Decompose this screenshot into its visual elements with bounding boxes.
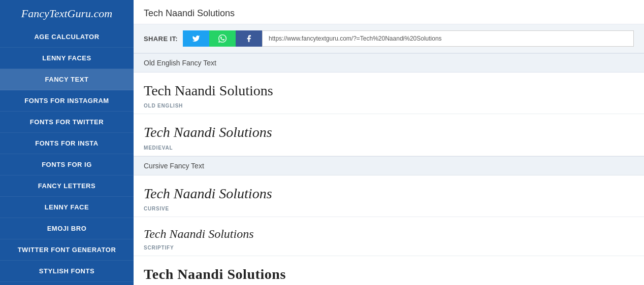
sidebar-item-emoji-bro[interactable]: EMOJI BRO [0, 218, 134, 239]
sidebar-item-stylish-fonts[interactable]: STYLISH FONTS [0, 261, 134, 282]
font-label-old-english-card: OLD ENGLISH [144, 103, 634, 109]
sidebar-item-lenny-face[interactable]: LENNY FACE [0, 197, 134, 218]
sidebar-item-fonts-for-ig[interactable]: FONTS FOR IG [0, 154, 134, 175]
font-card-medieval-card: Tech Naandi SolutionsMEDIEVAL [134, 114, 644, 156]
sidebar-item-fonts-for-twitter[interactable]: FONTS FOR TWITTER [0, 112, 134, 133]
sidebar: FancyTextGuru.com AGE CALCULATORLENNY FA… [0, 0, 134, 285]
font-display-old-english-card: Tech Naandi Solutions [144, 82, 634, 100]
share-url-input[interactable] [262, 30, 634, 47]
sidebar-item-twitter-font-generator[interactable]: TWITTER FONT GENERATOR [0, 239, 134, 261]
font-label-medieval-card: MEDIEVAL [144, 145, 634, 151]
sections-container: Old English Fancy TextTech Naandi Soluti… [134, 53, 644, 285]
font-display-scriptify-card: Tech Naandi Solutions [144, 226, 634, 242]
section-heading-cursive-section: Cursive Fancy Text [134, 156, 644, 175]
logo-area: FancyTextGuru.com [0, 0, 134, 26]
sidebar-item-lenny-faces[interactable]: LENNY FACES [0, 48, 134, 69]
font-label-scriptify-card: SCRIPTIFY [144, 245, 634, 251]
sidebar-item-fonts-for-insta[interactable]: FONTS FOR INSTA [0, 133, 134, 154]
main-header: Tech Naandi Solutions [134, 0, 644, 24]
font-card-old-english-card: Tech Naandi SolutionsOLD ENGLISH [134, 73, 644, 114]
share-whatsapp-button[interactable] [209, 30, 236, 47]
font-card-scriptify-card: Tech Naandi SolutionsSCRIPTIFY [134, 217, 644, 256]
font-display-double-struck-card: Tech Naandi Solutions [144, 265, 634, 283]
font-card-double-struck-card: Tech Naandi SolutionsDOUBLE STRUCK [134, 256, 644, 285]
font-label-cursive-card: CURSIVE [144, 206, 634, 211]
sidebar-item-age-calculator[interactable]: AGE CALCULATOR [0, 26, 134, 48]
sidebar-item-fancy-text[interactable]: FANCY TEXT [0, 69, 134, 90]
sidebar-item-stylish-name[interactable]: STYLISH NAME [0, 282, 134, 285]
share-facebook-button[interactable] [236, 30, 262, 47]
sidebar-item-fancy-letters[interactable]: FANCY LETTERS [0, 175, 134, 197]
sidebar-item-fonts-for-instagram[interactable]: FONTS FOR INSTAGRAM [0, 90, 134, 112]
share-bar: SHARE IT: [134, 24, 644, 53]
share-twitter-button[interactable] [183, 30, 209, 47]
page-title: Tech Naandi Solutions [144, 8, 235, 18]
font-card-cursive-card: Tech Naandi SolutionsCURSIVE [134, 175, 644, 217]
share-label: SHARE IT: [144, 35, 178, 43]
font-display-medieval-card: Tech Naandi Solutions [144, 123, 634, 141]
section-heading-old-english-section: Old English Fancy Text [134, 53, 644, 73]
main-content: Tech Naandi Solutions SHARE IT: Old Engl… [134, 0, 644, 285]
font-display-cursive-card: Tech Naandi Solutions [144, 185, 634, 203]
logo: FancyTextGuru.com [21, 7, 112, 20]
